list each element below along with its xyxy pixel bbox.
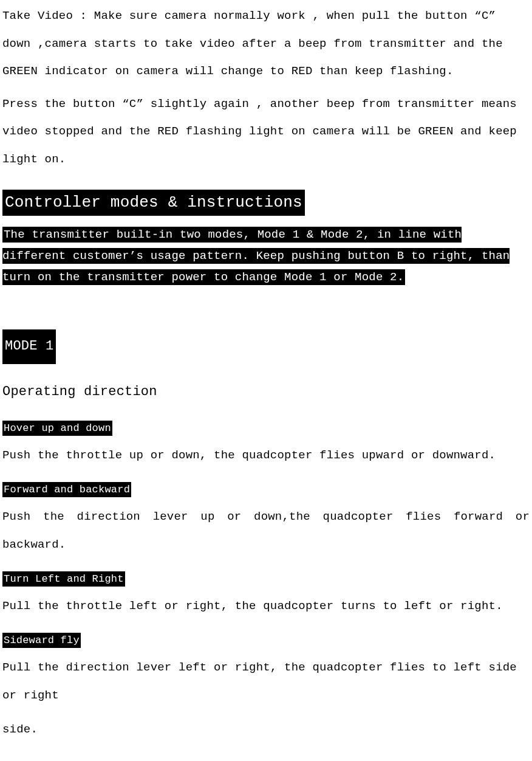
section-label-sideward: Sideward fly (2, 633, 81, 649)
operating-direction-subtitle: Operating direction (2, 376, 530, 408)
controller-modes-description-text: The transmitter built-in two modes, Mode… (2, 227, 510, 285)
controller-modes-description: The transmitter built-in two modes, Mode… (2, 224, 530, 288)
controller-modes-heading: Controller modes & instructions (2, 190, 305, 216)
section-label-hover: Hover up and down (2, 421, 112, 436)
trailing-line: side. (2, 716, 530, 744)
section-body-forward: Push the direction lever up or down,the … (2, 503, 530, 559)
section-body-turn: Pull the throttle left or right, the qua… (2, 593, 530, 621)
mode-1-heading: MODE 1 (2, 329, 56, 364)
intro-paragraph-2: Press the button “C” slightly again , an… (2, 91, 530, 174)
section-body-hover: Push the throttle up or down, the quadco… (2, 442, 530, 470)
section-body-sideward: Pull the direction lever left or right, … (2, 654, 530, 709)
section-label-forward: Forward and backward (2, 482, 131, 498)
intro-paragraph-1: Take Video : Make sure camera normally w… (2, 2, 530, 86)
document-page: Take Video : Make sure camera normally w… (0, 0, 532, 761)
section-label-turn: Turn Left and Right (2, 571, 125, 587)
